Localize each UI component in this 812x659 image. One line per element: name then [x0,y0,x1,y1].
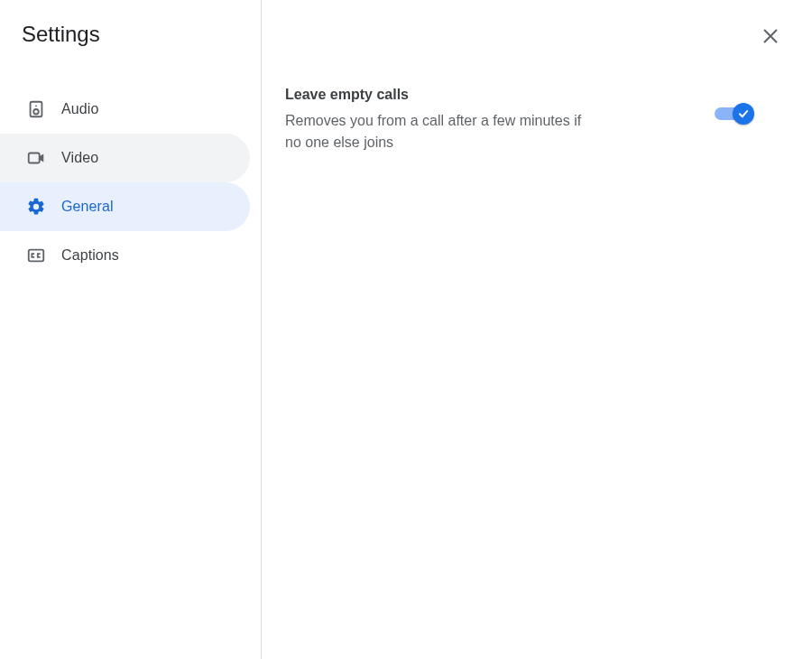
sidebar-item-general[interactable]: General [0,182,250,231]
captions-icon [25,245,47,266]
setting-text: Leave empty calls Removes you from a cal… [285,87,678,153]
settings-nav-list: Audio Video General [0,85,261,280]
settings-sidebar: Settings Audio Video [0,0,262,659]
video-camera-icon [25,147,47,169]
close-icon [761,26,780,46]
sidebar-item-video[interactable]: Video [0,134,250,182]
sidebar-item-captions[interactable]: Captions [0,231,250,280]
svg-rect-3 [29,153,40,163]
sidebar-item-audio[interactable]: Audio [0,85,250,134]
settings-content: Leave empty calls Removes you from a cal… [262,0,812,659]
page-title: Settings [0,22,261,47]
sidebar-item-label: General [61,199,114,215]
gear-icon [25,196,47,218]
sidebar-item-label: Audio [61,101,98,117]
setting-title: Leave empty calls [285,87,678,103]
svg-point-2 [33,109,39,115]
toggle-thumb [733,103,754,125]
leave-empty-calls-toggle[interactable] [715,103,754,125]
checkmark-icon [737,107,750,120]
close-button[interactable] [754,20,787,52]
setting-leave-empty-calls: Leave empty calls Removes you from a cal… [285,87,754,153]
svg-point-1 [35,105,37,107]
sidebar-item-label: Captions [61,247,119,264]
speaker-icon [25,98,47,120]
setting-description: Removes you from a call after a few minu… [285,110,592,153]
svg-rect-4 [29,250,44,262]
sidebar-item-label: Video [61,150,98,166]
